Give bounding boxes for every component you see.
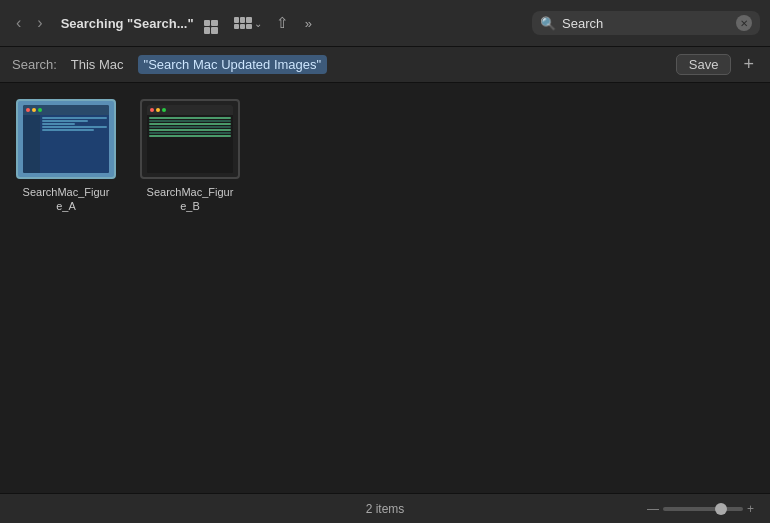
zoom-control: — + [647, 502, 754, 516]
this-mac-filter[interactable]: This Mac [65, 55, 130, 74]
search-label: Search: [12, 57, 57, 72]
main-content: SearchMac_Figur e_A [0, 83, 770, 493]
search-clear-button[interactable]: ✕ [736, 15, 752, 31]
active-search-filter[interactable]: "Search Mac Updated Images" [138, 55, 328, 74]
forward-button[interactable]: › [31, 10, 48, 36]
status-bar: 2 items — + [0, 493, 770, 523]
file-thumbnail-a [16, 99, 116, 179]
file-thumbnail-b [140, 99, 240, 179]
toolbar: ‹ › Searching "Search..." ⌄ [0, 0, 770, 47]
grid-icon [204, 20, 218, 34]
item-count: 2 items [366, 502, 405, 516]
thumbnail-preview [23, 105, 109, 173]
file-name: SearchMac_Figur e_A [16, 185, 116, 214]
zoom-thumb [715, 503, 727, 515]
toolbar-view-icons: ⌄ [200, 8, 266, 38]
gallery-icon: ⌄ [234, 17, 262, 29]
file-grid: SearchMac_Figur e_A [16, 99, 754, 214]
gallery-view-button[interactable]: ⌄ [230, 13, 266, 33]
search-input[interactable] [562, 16, 730, 31]
search-bar: 🔍 ✕ [532, 11, 760, 35]
toolbar-title: Searching "Search..." [61, 16, 194, 31]
search-icon: 🔍 [540, 16, 556, 31]
thumbnail-preview [147, 105, 233, 173]
overflow-button[interactable]: » [299, 12, 318, 35]
add-filter-button[interactable]: + [739, 54, 758, 75]
list-item[interactable]: SearchMac_Figur e_A [16, 99, 116, 214]
file-name: SearchMac_Figur e_B [140, 185, 240, 214]
zoom-in-button[interactable]: + [747, 502, 754, 516]
zoom-slider[interactable] [663, 507, 743, 511]
save-button[interactable]: Save [676, 54, 732, 75]
share-button[interactable]: ⇧ [272, 10, 293, 36]
zoom-out-button[interactable]: — [647, 502, 659, 516]
navigation-buttons: ‹ › [10, 10, 49, 36]
grid-view-button[interactable] [200, 8, 222, 38]
back-button[interactable]: ‹ [10, 10, 27, 36]
filter-bar: Search: This Mac "Search Mac Updated Ima… [0, 47, 770, 83]
list-item[interactable]: SearchMac_Figur e_B [140, 99, 240, 214]
